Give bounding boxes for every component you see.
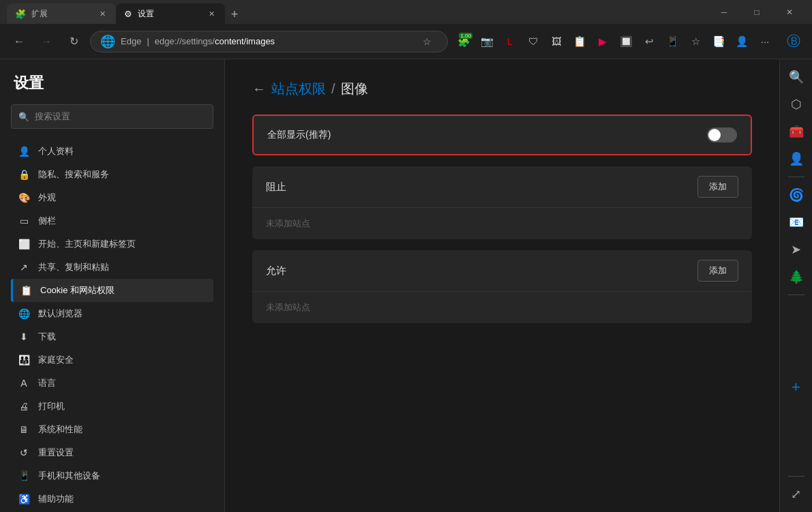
- browser-nav-icon: 🌐: [18, 307, 30, 320]
- rs-edge-icon[interactable]: 🌀: [784, 183, 809, 207]
- sidebar-item-sidebar[interactable]: ▭ 侧栏: [11, 209, 213, 232]
- browser-icon8[interactable]: ↩: [639, 31, 659, 52]
- sidebar-item-label-profile: 个人资料: [38, 145, 74, 157]
- sidebar-item-profile[interactable]: 👤 个人资料: [11, 140, 213, 163]
- sidebar-item-label-startup: 开始、主页和新建标签页: [38, 238, 136, 250]
- breadcrumb-separator: /: [331, 81, 335, 97]
- block-section-title: 阻止: [266, 181, 286, 194]
- sidebar-item-printer[interactable]: 🖨 打印机: [11, 395, 213, 418]
- sidebar-item-cookies[interactable]: 📋 Cookie 和网站权限: [11, 279, 213, 302]
- new-tab-button[interactable]: +: [225, 5, 244, 24]
- more-icon[interactable]: ···: [755, 31, 775, 52]
- sidebar-item-label-mobile: 手机和其他设备: [38, 470, 100, 482]
- breadcrumb-current: 图像: [341, 80, 368, 98]
- sidebar-item-browser[interactable]: 🌐 默认浏览器: [11, 302, 213, 325]
- tab-close-settings[interactable]: ✕: [206, 8, 217, 19]
- browser-icon3[interactable]: 🛡: [523, 31, 543, 52]
- search-box[interactable]: 🔍 搜索设置: [11, 104, 213, 129]
- favorite-icon[interactable]: ☆: [416, 31, 438, 52]
- sidebar-item-label-family: 家庭安全: [38, 354, 74, 366]
- tab-close-extensions[interactable]: ✕: [97, 8, 108, 19]
- forward-button[interactable]: →: [35, 31, 57, 52]
- browser-icon6[interactable]: ▶: [592, 31, 613, 52]
- sidebar-item-label-downloads: 下载: [38, 331, 56, 343]
- extensions-tab-label: 扩展: [31, 8, 48, 20]
- sidebar-item-label-system: 系统和性能: [38, 423, 82, 436]
- sidebar-item-label-printer: 打印机: [38, 400, 65, 412]
- maximize-button[interactable]: □: [741, 0, 772, 24]
- profile-nav-icon: 👤: [18, 145, 30, 157]
- address-bar: ← → ↻ 🌐 Edge | edge://settings/content/i…: [0, 24, 812, 59]
- favorites-icon[interactable]: ☆: [685, 31, 706, 52]
- sidebar-item-label-share: 共享、复制和粘贴: [38, 261, 109, 273]
- sidebar-item-system[interactable]: 🖥 系统和性能: [11, 418, 213, 441]
- sidebar-item-startup[interactable]: ⬜ 开始、主页和新建标签页: [11, 232, 213, 256]
- rs-apps-icon[interactable]: ⬡: [784, 92, 809, 117]
- sidebar-item-label-browser: 默认浏览器: [38, 307, 82, 320]
- main-layout: 设置 🔍 搜索设置 👤 个人资料 🔒 隐私、搜索和服务 🎨 外观 ▭ 侧栏 ⬜ …: [0, 59, 812, 512]
- refresh-button[interactable]: ↻: [63, 31, 85, 52]
- allow-empty-text: 未添加站点: [252, 292, 752, 323]
- block-add-button[interactable]: 添加: [697, 176, 738, 198]
- address-text: edge://settings/content/images: [155, 36, 410, 46]
- tab-settings[interactable]: ⚙ 设置 ✕: [116, 3, 225, 24]
- rs-expand-icon[interactable]: ⤢: [784, 482, 809, 507]
- allow-section-header: 允许 添加: [252, 250, 752, 292]
- address-input[interactable]: 🌐 Edge | edge://settings/content/images …: [90, 31, 448, 52]
- minimize-button[interactable]: ─: [708, 0, 740, 24]
- rs-tools-icon[interactable]: 🧰: [784, 119, 809, 144]
- settings-sidebar: 设置 🔍 搜索设置 👤 个人资料 🔒 隐私、搜索和服务 🎨 外观 ▭ 侧栏 ⬜ …: [0, 59, 225, 512]
- browser-icon7[interactable]: 🔲: [616, 31, 636, 52]
- url-path: settings/: [182, 36, 215, 46]
- extensions-icon[interactable]: 🧩 1.00: [453, 31, 474, 52]
- sidebar-item-appearance[interactable]: 🎨 外观: [11, 186, 213, 209]
- allow-section-title: 允许: [266, 265, 286, 277]
- collections-icon[interactable]: 📑: [708, 31, 729, 52]
- browser-icon1[interactable]: 📷: [477, 31, 497, 52]
- toggle-row: 全部显示(推荐): [254, 116, 751, 154]
- sidebar-item-mobile[interactable]: 📱 手机和其他设备: [11, 464, 213, 487]
- breadcrumb-back-icon[interactable]: ←: [252, 81, 266, 97]
- edge-label: Edge: [121, 36, 141, 46]
- appearance-nav-icon: 🎨: [18, 192, 30, 204]
- browser-icon2[interactable]: L: [500, 31, 520, 52]
- rs-user-icon[interactable]: 👤: [784, 147, 809, 171]
- language-nav-icon: A: [18, 377, 30, 389]
- browser-icon9[interactable]: 📱: [662, 31, 682, 52]
- browser-icon5[interactable]: 📋: [569, 31, 590, 52]
- sidebar-item-label-appearance: 外观: [38, 192, 56, 204]
- back-button[interactable]: ←: [8, 31, 30, 52]
- rs-separator2: [788, 295, 805, 295]
- rs-tree-icon[interactable]: 🌲: [784, 265, 809, 289]
- browser-icon4[interactable]: 🖼: [546, 31, 567, 52]
- extensions-badge: 1.00: [459, 33, 472, 39]
- close-button[interactable]: ✕: [774, 0, 805, 24]
- rs-add-button[interactable]: +: [784, 375, 809, 400]
- sidebar-item-share[interactable]: ↗ 共享、复制和粘贴: [11, 256, 213, 279]
- sidebar-item-label-sidebar: 侧栏: [38, 215, 56, 227]
- sidebar-item-family[interactable]: 👨‍👩‍👧 家庭安全: [11, 348, 213, 372]
- tab-extensions[interactable]: 🧩 扩展 ✕: [7, 3, 116, 24]
- settings-tab-label: 设置: [138, 8, 154, 20]
- bing-button[interactable]: Ⓑ: [783, 31, 804, 52]
- show-all-toggle[interactable]: [707, 127, 737, 142]
- rs-outlook-icon[interactable]: 📧: [784, 210, 809, 235]
- allow-add-button[interactable]: 添加: [697, 260, 738, 282]
- breadcrumb-link[interactable]: 站点权限: [271, 80, 326, 98]
- breadcrumb: ← 站点权限 / 图像: [252, 80, 752, 98]
- printer-nav-icon: 🖨: [18, 400, 30, 412]
- sidebar-item-reset[interactable]: ↺ 重置设置: [11, 441, 213, 464]
- sidebar-item-accessibility[interactable]: ♿ 辅助功能: [11, 487, 213, 511]
- sidebar-title: 设置: [11, 73, 213, 93]
- family-nav-icon: 👨‍👩‍👧: [18, 354, 30, 366]
- sidebar-item-language[interactable]: A 语言: [11, 372, 213, 395]
- sidebar-item-privacy[interactable]: 🔒 隐私、搜索和服务: [11, 163, 213, 186]
- sidebar-item-downloads[interactable]: ⬇ 下载: [11, 325, 213, 348]
- profile-icon[interactable]: 👤: [732, 31, 752, 52]
- rs-arrow-icon[interactable]: ➤: [784, 237, 809, 262]
- accessibility-nav-icon: ♿: [18, 493, 30, 505]
- rs-search-icon[interactable]: 🔍: [784, 65, 809, 89]
- sidebar-item-label-language: 语言: [38, 377, 56, 389]
- share-nav-icon: ↗: [18, 261, 30, 273]
- url-highlight: content/images: [215, 36, 275, 46]
